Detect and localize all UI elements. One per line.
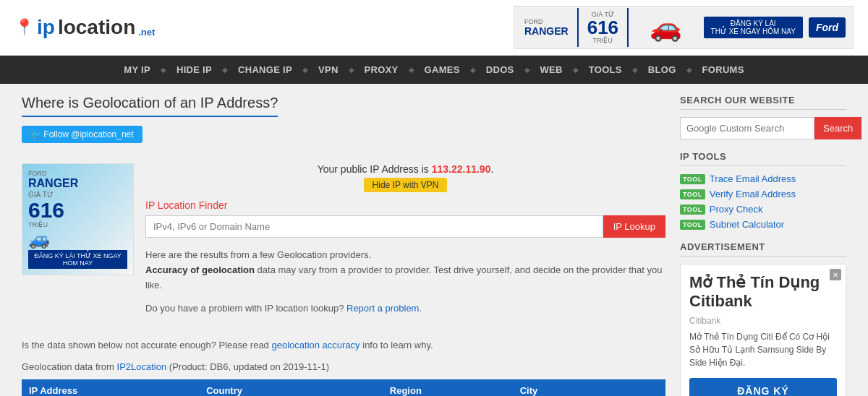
search-input[interactable] [680, 117, 814, 139]
nav-my-ip[interactable]: MY IP [114, 56, 161, 84]
ip-lookup-row: IP Lookup [145, 215, 665, 238]
ford-register-btn[interactable]: ĐĂNG KÝ LÁITHỬ XE NGAY HÔM NAY [704, 17, 803, 38]
ip2location-link[interactable]: IP2Location [117, 361, 167, 372]
logo-location: location [58, 16, 135, 39]
ford-ad-unit: TRIỆU [593, 37, 613, 44]
ad-banner-inner: FORD RANGER GIÁ TỪ 616 TRIỆU 🚗 ĐĂNG KÝ L… [514, 7, 853, 48]
geolocation-table: IP Address Country Region City 113.22.11… [22, 379, 665, 396]
header-ad-banner: FORD RANGER GIÁ TỪ 616 TRIỆU 🚗 ĐĂNG KÝ L… [514, 6, 854, 49]
trace-email-link[interactable]: Trace Email Address [710, 173, 796, 184]
search-title: SEARCH OUR WEBSITE [680, 95, 846, 110]
twitter-follow-btn[interactable]: Follow @iplocation_net [22, 126, 142, 143]
geolocation-accuracy-link[interactable]: geolocation accuracy [271, 340, 359, 350]
ip-lookup-sublabel: Finder [199, 199, 228, 211]
page-title-container: Where is Geolocation of an IP Address? [22, 95, 665, 126]
page-title: Where is Geolocation of an IP Address? [22, 95, 278, 117]
tool-badge-subnet: TOOL [680, 220, 705, 230]
tool-badge-proxy: TOOL [680, 205, 705, 215]
th-region: Region [383, 379, 513, 396]
ip-prefix-text: Your public IP Address is [318, 163, 429, 175]
nav-sep-2: ◆ [222, 66, 228, 74]
accuracy-text: Is the data shown below not accurate eno… [22, 340, 269, 350]
ip-lookup-section: IP Location Finder IP Lookup [145, 199, 665, 238]
nav-sep-8: ◆ [573, 66, 579, 74]
nav-web[interactable]: WEB [530, 56, 573, 84]
ad-bank-title: Mở Thẻ Tín Dụng Citibank [689, 273, 837, 311]
nav-tools[interactable]: TOOLS [579, 56, 632, 84]
ip-lookup-label: IP Location Finder [145, 199, 665, 211]
tool-item-subnet: TOOL Subnet Calculator [680, 219, 846, 230]
th-country: Country [199, 379, 383, 396]
ford-ranger-ad: FORD RANGER [522, 15, 571, 40]
ad-close-button[interactable]: ✕ [830, 269, 841, 280]
ip-content-right: Your public IP Address is 113.22.11.90. … [145, 163, 665, 327]
verify-email-link[interactable]: Verify Email Address [710, 189, 796, 199]
main-nav: MY IP ◆ HIDE IP ◆ CHANGE IP ◆ VPN ◆ PROX… [0, 56, 868, 84]
ad-register-button[interactable]: ĐĂNG KÝ [689, 378, 837, 396]
ip-address-value: 113.22.11.90 [432, 163, 491, 175]
main-container: Where is Geolocation of an IP Address? F… [14, 84, 854, 396]
search-button[interactable]: Search [814, 117, 861, 139]
left-ad-unit: TRIỆU [28, 221, 48, 228]
ford-logo-text: Ford [809, 17, 846, 38]
left-ad-brand: FORD [28, 170, 78, 177]
nav-forums[interactable]: FORUMS [692, 56, 754, 84]
ford-ad-register-section: ĐĂNG KÝ LÁITHỬ XE NGAY HÔM NAY [704, 17, 803, 38]
ad-left-inner: FORD RANGER GIÁ TỪ 616 TRIỆU 🚙 ĐĂNG KÝ L… [22, 164, 133, 275]
tool-badge-trace: TOOL [680, 174, 705, 184]
logo-pin-icon: 📍 [14, 18, 34, 37]
sidebar: SEARCH OUR WEBSITE Search IP TOOLS TOOL … [680, 95, 846, 396]
accuracy-rest: info to learn why. [362, 340, 433, 350]
desc2-bold: Accuracy of geolocation [145, 264, 255, 275]
nav-sep-6: ◆ [470, 66, 476, 74]
top-header: 📍 ip location .net FORD RANGER GIÁ TỪ 61… [0, 0, 868, 56]
description-text: Here are the results from a few Geolocat… [145, 248, 665, 293]
nav-sep-5: ◆ [409, 66, 414, 74]
tool-item-proxy: TOOL Proxy Check [680, 204, 846, 215]
hide-ip-button[interactable]: Hide IP with VPN [364, 178, 448, 192]
ip-tools-section: IP TOOLS TOOL Trace Email Address TOOL V… [680, 151, 846, 230]
ip-lookup-button[interactable]: IP Lookup [603, 215, 665, 238]
nav-change-ip[interactable]: CHANGE IP [228, 56, 302, 84]
report-problem-link[interactable]: Report a problem. [346, 303, 422, 314]
problem-text: Do you have a problem with IP location l… [145, 301, 665, 317]
ad-section-title: ADVERTISEMENT [680, 241, 846, 257]
th-city: City [513, 379, 665, 396]
nav-proxy[interactable]: PROXY [354, 56, 409, 84]
ad-bank-desc: Mở Thẻ Tín Dụng Citi Để Có Cơ Hội Sở Hữu… [689, 330, 837, 369]
tool-item-verify: TOOL Verify Email Address [680, 189, 846, 199]
left-ad-model: RANGER [28, 177, 78, 190]
logo[interactable]: 📍 ip location .net [14, 16, 155, 39]
left-ad-register-btn[interactable]: ĐĂNG KÝ LÁI THỬ XE NGAY HÔM NAY [28, 250, 127, 269]
tool-badge-verify: TOOL [680, 189, 705, 199]
nav-vpn[interactable]: VPN [308, 56, 349, 84]
table-header-row-1: IP Address Country Region City [22, 379, 665, 396]
nav-sep-10: ◆ [686, 66, 692, 74]
logo-ip: ip [37, 16, 55, 39]
nav-games[interactable]: GAMES [414, 56, 470, 84]
desc1: Here are the results from a few Geolocat… [145, 249, 371, 260]
accuracy-section: Is the data shown below not accurate eno… [22, 338, 665, 353]
subnet-calc-link[interactable]: Subnet Calculator [710, 219, 784, 230]
geolocation-source: Geolocation data from IP2Location (Produ… [22, 361, 665, 372]
car-icon: 🚗 [650, 12, 682, 43]
ip-input[interactable] [145, 215, 603, 238]
nav-sep-1: ◆ [161, 66, 166, 74]
nav-hide-ip[interactable]: HIDE IP [166, 56, 222, 84]
search-row: Search [680, 117, 846, 139]
content-area: Where is Geolocation of an IP Address? F… [22, 95, 665, 396]
tool-item-trace: TOOL Trace Email Address [680, 173, 846, 184]
th-ip-address: IP Address [22, 379, 199, 396]
ford-ad-price: 616 [587, 18, 618, 37]
nav-sep-9: ◆ [632, 66, 638, 74]
ford-ad-car: 🚗 [634, 12, 697, 43]
nav-sep-3: ◆ [302, 66, 308, 74]
nav-blog[interactable]: BLOG [638, 56, 686, 84]
proxy-check-link[interactable]: Proxy Check [710, 204, 763, 215]
left-ad-ford-text: FORD RANGER [28, 170, 78, 190]
ford-ad-brand: FORD [524, 18, 569, 25]
nav-ddos[interactable]: DDOS [476, 56, 524, 84]
left-ad-price: 616 [28, 199, 64, 221]
advertisement-section: ADVERTISEMENT ✕ Mở Thẻ Tín Dụng Citibank… [680, 241, 846, 396]
ad-bank-subtitle: Citibank [689, 316, 837, 326]
